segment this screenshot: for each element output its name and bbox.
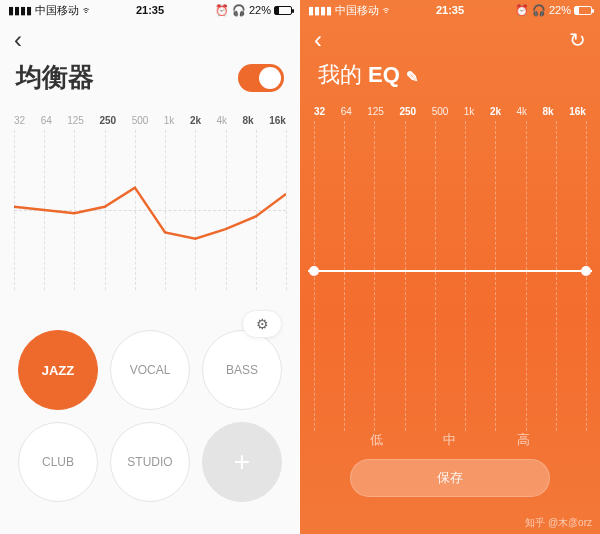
- band-label: 125: [367, 106, 384, 117]
- band-label: 250: [399, 106, 416, 117]
- band-label: 8k: [543, 106, 554, 117]
- band-label: 64: [41, 115, 52, 126]
- battery-icon: [574, 6, 592, 15]
- back-button[interactable]: ‹: [314, 26, 322, 54]
- band-label: 2k: [190, 115, 201, 126]
- eq-line[interactable]: [308, 270, 592, 272]
- band-label: 64: [341, 106, 352, 117]
- custom-eq-screen: ▮▮▮▮中国移动ᯤ 21:35 ⏰🎧22% ‹ ↻ 我的 EQ ✎ 326412…: [300, 0, 600, 534]
- watermark: 知乎 @木彦orz: [525, 516, 592, 530]
- edit-icon[interactable]: ✎: [406, 68, 419, 86]
- band-label: 8k: [243, 115, 254, 126]
- page-title: 均衡器: [16, 60, 94, 95]
- preset-bass[interactable]: BASS: [202, 330, 282, 410]
- freq-labels: 32641252505001k2k4k8k16k: [300, 98, 600, 121]
- band-label: 32: [14, 115, 25, 126]
- gear-icon: ⚙: [256, 316, 269, 332]
- band-label: 125: [67, 115, 84, 126]
- band-label: 1k: [164, 115, 175, 126]
- status-bar: ▮▮▮▮中国移动ᯤ 21:35 ⏰🎧22%: [300, 0, 600, 20]
- save-button[interactable]: 保存: [350, 459, 550, 497]
- title-prefix: 我的: [318, 60, 362, 90]
- back-button[interactable]: ‹: [14, 26, 22, 54]
- band-label: 16k: [569, 106, 586, 117]
- range-label: 高: [517, 431, 530, 449]
- equalizer-screen: ▮▮▮▮中国移动ᯤ 21:35 ⏰🎧22% ‹ 均衡器 326412525050…: [0, 0, 300, 534]
- range-labels: 低中高: [300, 431, 600, 459]
- band-label: 4k: [517, 106, 528, 117]
- preset-vocal[interactable]: VOCAL: [110, 330, 190, 410]
- preset-studio[interactable]: STUDIO: [110, 422, 190, 502]
- preset-jazz[interactable]: JAZZ: [18, 330, 98, 410]
- reset-button[interactable]: ↻: [569, 28, 586, 52]
- clock: 21:35: [300, 4, 600, 16]
- header: ‹ ↻: [300, 20, 600, 60]
- clock: 21:35: [0, 4, 300, 16]
- range-label: 低: [370, 431, 383, 449]
- band-label: 32: [314, 106, 325, 117]
- battery-icon: [274, 6, 292, 15]
- eq-chart[interactable]: [314, 121, 586, 431]
- band-label: 4k: [217, 115, 228, 126]
- freq-labels: 32641252505001k2k4k8k16k: [0, 107, 300, 130]
- band-label: 500: [132, 115, 149, 126]
- add-preset-button[interactable]: +: [202, 422, 282, 502]
- band-label: 2k: [490, 106, 501, 117]
- band-label: 1k: [464, 106, 475, 117]
- preset-grid: JAZZVOCALBASSCLUBSTUDIO+: [0, 318, 300, 514]
- range-label: 中: [443, 431, 456, 449]
- eq-chart[interactable]: [14, 130, 286, 290]
- band-label: 250: [99, 115, 116, 126]
- title-main: EQ: [368, 62, 400, 88]
- preset-club[interactable]: CLUB: [18, 422, 98, 502]
- band-label: 500: [432, 106, 449, 117]
- header: ‹: [0, 20, 300, 60]
- eq-toggle[interactable]: [238, 64, 284, 92]
- status-bar: ▮▮▮▮中国移动ᯤ 21:35 ⏰🎧22%: [0, 0, 300, 20]
- settings-button[interactable]: ⚙: [242, 310, 282, 338]
- page-title: 我的 EQ ✎: [300, 60, 600, 98]
- band-label: 16k: [269, 115, 286, 126]
